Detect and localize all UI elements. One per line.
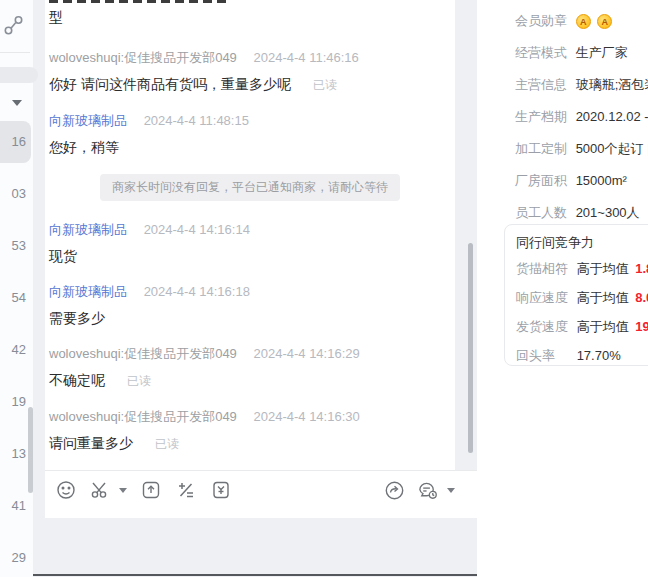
info-value: 201~300人 <box>576 205 640 220</box>
metric-text: 高于均值 <box>577 319 629 334</box>
list-divider <box>0 52 30 53</box>
message-time: 2024-4-4 14:16:14 <box>144 222 250 237</box>
sender-name: woloveshuqi:促佳搜品开发部049 <box>49 50 237 65</box>
conversation-item[interactable]: 41 <box>0 485 31 527</box>
sender-name[interactable]: 向新玻璃制品 <box>49 222 127 237</box>
message: woloveshuqi:促佳搜品开发部049 2024-4-4 14:16:29… <box>49 345 447 390</box>
sender-name[interactable]: 向新玻璃制品 <box>49 113 127 128</box>
history-caret-icon[interactable] <box>447 488 455 493</box>
read-status: 已读 <box>127 374 151 388</box>
read-status: 已读 <box>155 437 179 451</box>
price-quote-icon[interactable] <box>175 479 197 501</box>
conversation-item[interactable]: 29 <box>0 537 31 577</box>
competitiveness-title: 同行间竞争力 <box>516 232 648 254</box>
message: 向新玻璃制品 2024-4-4 14:16:14 现货 <box>49 221 447 266</box>
message-time: 2024-4-4 11:46:16 <box>253 50 358 65</box>
conversation-item[interactable]: 19 <box>0 381 31 423</box>
info-value: 15000m² <box>576 173 627 188</box>
chat-scrollbar[interactable] <box>468 243 473 453</box>
screenshot-caret-icon[interactable] <box>119 488 127 493</box>
info-label: 主营信息 <box>515 69 567 101</box>
message: woloveshuqi:促佳搜品开发部049 2024-4-4 11:46:16… <box>49 49 447 94</box>
competitiveness-row: 发货速度 高于均值 19.6 <box>516 312 648 341</box>
window-bottom-edge <box>33 574 477 576</box>
conversation-list: 16 03 53 54 42 19 13 41 29 <box>0 0 33 577</box>
info-label: 厂房面积 <box>515 165 567 197</box>
conversation-item[interactable]: 53 <box>0 225 31 267</box>
conversation-item[interactable]: 42 <box>0 329 31 371</box>
metric-label: 货描相符 <box>516 254 568 283</box>
toolbar-divider <box>45 470 477 471</box>
info-label: 加工定制 <box>515 133 567 165</box>
seller-info-row: 主营信息 玻璃瓶;酒包装 <box>515 69 648 101</box>
sender-name: woloveshuqi:促佳搜品开发部049 <box>49 346 237 361</box>
message: woloveshuqi:促佳搜品开发部049 2024-4-4 14:16:30… <box>49 408 447 453</box>
screenshot-scissors-icon[interactable] <box>90 479 112 501</box>
search-pill[interactable] <box>0 67 38 83</box>
conversation-item[interactable]: 54 <box>0 277 31 319</box>
filter-caret-icon[interactable] <box>12 100 22 106</box>
system-notice: 商家长时间没有回复，平台已通知商家，请耐心等待 <box>45 174 455 201</box>
metric-text: 高于均值 <box>577 290 629 305</box>
seller-info-row: 生产档期 2020.12.02 - 2 <box>515 101 648 133</box>
info-value: 玻璃瓶;酒包装 <box>576 77 648 92</box>
seller-info-row: 加工定制 5000个起订 | 支 <box>515 133 648 165</box>
message-text-partial: 型 <box>49 9 447 27</box>
metric-label: 响应速度 <box>516 283 568 312</box>
forward-icon[interactable] <box>383 479 405 501</box>
chat-toolbar <box>55 479 232 501</box>
seller-info-row: 厂房面积 15000m² <box>515 165 648 197</box>
image-upload-icon[interactable] <box>140 479 162 501</box>
message-text: 请问重量多少已读 <box>49 435 447 453</box>
message-time: 2024-4-4 14:16:30 <box>253 409 359 424</box>
member-medal-icon: A <box>576 14 591 29</box>
competitiveness-row: 响应速度 高于均值 8.07 <box>516 283 648 312</box>
competitiveness-box: 同行间竞争力 货描相符 高于均值 1.87 响应速度 高于均值 8.07 发货速… <box>504 224 648 366</box>
conversation-item[interactable]: 03 <box>0 173 31 215</box>
message-time: 2024-4-4 14:16:29 <box>253 346 359 361</box>
conversation-item[interactable]: 13 <box>0 433 31 475</box>
message: 向新玻璃制品 2024-4-4 11:48:15 您好，稍等 <box>49 112 447 157</box>
info-label: 经营模式 <box>515 37 567 69</box>
metric-red-value: 8.07 <box>635 290 648 305</box>
sender-name: woloveshuqi:促佳搜品开发部049 <box>49 409 237 424</box>
metric-label: 回头率 <box>516 341 568 370</box>
message: 向新玻璃制品 2024-4-4 14:16:18 需要多少 <box>49 283 447 328</box>
competitiveness-row: 货描相符 高于均值 1.87 <box>516 254 648 283</box>
info-value: 2020.12.02 - 2 <box>576 109 648 124</box>
metric-red-value: 19.6 <box>635 319 648 334</box>
chat-toolbar-right <box>383 479 455 501</box>
info-label: 会员勋章 <box>515 5 567 37</box>
info-value: 5000个起订 | 支 <box>576 141 648 156</box>
conversation-list-scrollbar[interactable] <box>28 407 33 493</box>
clipped-message-fragment <box>49 0 229 3</box>
seller-info-row: 会员勋章 A A <box>515 5 648 37</box>
message-time: 2024-4-4 11:48:15 <box>144 113 249 128</box>
metric-text: 17.70% <box>577 348 621 363</box>
conversation-item[interactable]: 16 <box>0 121 31 163</box>
metric-label: 发货速度 <box>516 312 568 341</box>
chat-history-icon[interactable] <box>417 479 439 501</box>
contacts-share-icon[interactable] <box>2 13 26 37</box>
member-medal-icon: A <box>597 14 612 29</box>
competitiveness-row: 回头率 17.70% <box>516 341 648 370</box>
message-text: 现货 <box>49 248 447 266</box>
message-text: 你好 请问这件商品有货吗，重量多少呢已读 <box>49 76 447 94</box>
message-text: 需要多少 <box>49 310 447 328</box>
chat-panel: 型 woloveshuqi:促佳搜品开发部049 2024-4-4 11:46:… <box>45 0 477 577</box>
metric-red-value: 1.87 <box>635 261 648 276</box>
metric-text: 高于均值 <box>577 261 629 276</box>
seller-info-row: 经营模式 生产厂家 <box>515 37 648 69</box>
read-status: 已读 <box>313 78 337 92</box>
info-value: 生产厂家 <box>576 45 628 60</box>
message-text: 您好，稍等 <box>49 139 447 157</box>
info-label: 生产档期 <box>515 101 567 133</box>
message-time: 2024-4-4 14:16:18 <box>144 284 250 299</box>
sender-name[interactable]: 向新玻璃制品 <box>49 284 127 299</box>
emoji-icon[interactable] <box>55 479 77 501</box>
message-text: 不确定呢已读 <box>49 372 447 390</box>
red-packet-icon[interactable] <box>210 479 232 501</box>
